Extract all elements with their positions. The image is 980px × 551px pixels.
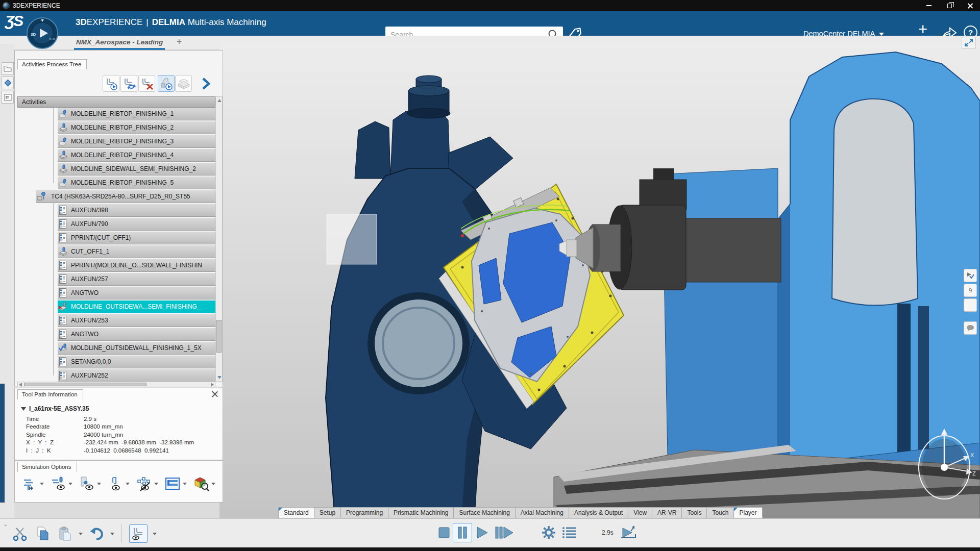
tree-item[interactable]: PPRINT/(MOLDLINE_O...SIDEWALL_FINISHIN (58, 259, 215, 272)
viewport-3d[interactable] (219, 44, 980, 518)
scrollbar-thumb[interactable] (216, 320, 222, 353)
display-toolpath-button[interactable] (129, 524, 148, 543)
folder-tab-button[interactable] (2, 62, 14, 75)
sim-material-removal-button[interactable] (78, 475, 95, 492)
play-toolpath-button[interactable] (103, 75, 119, 92)
compass-play-logo[interactable]: 3D V+R (27, 17, 58, 49)
scroll-right-icon[interactable] (211, 383, 214, 387)
tree-item[interactable]: ANGTWO (58, 328, 215, 341)
add-content-button[interactable]: + (914, 22, 932, 37)
sim-color-analysis-button[interactable] (192, 475, 210, 492)
tree-item[interactable]: MOLDELINE_RIBTOP_FINISHING_2 (58, 121, 215, 134)
paste-options-caret[interactable] (79, 533, 83, 535)
workshop-tab-player[interactable]: Player (734, 507, 762, 518)
sim-run-options-caret[interactable] (40, 483, 44, 485)
step-forward-button[interactable] (493, 523, 516, 542)
new-tab-button[interactable]: + (174, 37, 185, 47)
tree-item[interactable]: MOLDELINE_RIBTOP_FINISHING_1 (58, 108, 215, 120)
workshop-tab-surface-machining[interactable]: Surface Machining (454, 507, 515, 518)
tree-item[interactable]: AUXFUN/252 (58, 369, 215, 382)
tree-item[interactable]: CUT_OFF1_1 (58, 245, 215, 258)
remove-toolpath-button[interactable] (138, 75, 155, 92)
tree-tab-button[interactable] (2, 91, 14, 104)
activities-panel-tab[interactable]: Activities Process Tree (17, 59, 87, 69)
tree-item[interactable]: MOLDLINE_OUTSIDEWA...SEMI_FINISHING_ (58, 300, 215, 313)
undo-button[interactable] (88, 525, 105, 542)
minimize-button[interactable] (919, 0, 939, 11)
tree-item[interactable]: PPRINT/(CUT_OFF1) (58, 232, 215, 244)
sim-tool-axis-button[interactable] (107, 475, 124, 492)
workshop-tab-tools[interactable]: Tools (682, 507, 707, 518)
sim-color-analysis-caret[interactable] (211, 483, 215, 485)
machine-simulation-button[interactable] (158, 75, 175, 92)
workshop-tab-axial-machining[interactable]: Axial Machining (516, 507, 569, 518)
sim-information-table-caret[interactable] (183, 483, 187, 485)
workshop-tab-view[interactable]: View (628, 507, 652, 518)
empty-tool-button[interactable] (964, 298, 977, 312)
scroll-down-icon[interactable] (217, 376, 222, 379)
process-list-button[interactable] (559, 523, 579, 542)
scroll-left-icon[interactable] (19, 383, 22, 387)
toolbar-overflow-chevron[interactable]: ⌄ (3, 521, 8, 528)
tree-horizontal-scrollbar[interactable] (17, 382, 215, 387)
pause-button[interactable] (453, 523, 472, 542)
paste-button[interactable] (56, 525, 74, 542)
workshop-tab-analysis-output[interactable]: Analysis & Output (569, 507, 628, 518)
restore-button[interactable] (939, 0, 960, 11)
undo-options-caret[interactable] (110, 533, 114, 535)
sim-run-options-button[interactable] (21, 475, 38, 492)
tree-vertical-scrollbar[interactable] (215, 96, 223, 382)
rotation-compass-widget[interactable]: X Z (915, 428, 976, 507)
collapse-viewport-button[interactable] (962, 37, 976, 49)
cut-button[interactable] (11, 525, 29, 542)
tree-item[interactable]: MOLDELINE_RIBTOP_FINISHING_3 (58, 135, 215, 148)
tree-item[interactable]: SETANG/0,0,0 (58, 356, 215, 368)
update-toolpath-button[interactable] (120, 75, 137, 92)
tree-item[interactable]: AUXFUN/253 (58, 314, 215, 327)
scroll-up-icon[interactable] (217, 99, 222, 102)
tool-path-node[interactable]: I_a61nx-5E_ASSY.35 (21, 405, 89, 412)
tree-item[interactable]: AUXFUN/790 (58, 218, 215, 231)
tree-item[interactable]: MOLDLINE_OUTSIDEWALL_FINISHING_1_5X (58, 342, 215, 355)
scrollbar-thumb[interactable] (24, 383, 146, 386)
tool-path-info-tab[interactable]: Tool Path Information (17, 389, 83, 399)
sim-tool-axis-caret[interactable] (126, 483, 130, 485)
tree-item[interactable]: MOLDELINE_RIBTOP_FINISHING_5 (58, 177, 215, 189)
tree-item[interactable]: TC4 (HSK63A-SRD25A-80...SURF_D25_R0_ST55 (36, 190, 215, 203)
workshop-tab-standard[interactable]: Standard (278, 507, 314, 518)
expander-icon[interactable] (21, 407, 26, 411)
display-options-caret[interactable] (153, 533, 157, 535)
comment-button[interactable] (964, 321, 977, 335)
activities-header[interactable]: Activities (17, 96, 215, 108)
workshop-tab-touch[interactable]: Touch (707, 507, 734, 518)
tree-item[interactable]: ANGTWO (58, 287, 215, 299)
player-settings-button[interactable] (538, 523, 559, 542)
annotation-button[interactable]: 9 (964, 284, 977, 297)
simulation-options-tab[interactable]: Simulation Options (17, 462, 77, 472)
close-icon[interactable] (211, 390, 218, 397)
simulation-state-button[interactable] (964, 269, 977, 282)
workshop-tab-programming[interactable]: Programming (341, 507, 388, 518)
copy-button[interactable] (34, 525, 51, 542)
stop-button[interactable] (435, 523, 453, 542)
process-tab-button[interactable] (2, 77, 14, 89)
sim-material-removal-caret[interactable] (97, 483, 101, 485)
tree-item[interactable]: AUXFUN/257 (58, 273, 215, 286)
jump-to-end-button[interactable] (618, 523, 639, 542)
document-tab[interactable]: NMX_Aerospace - Leading (74, 36, 165, 50)
sim-information-table-button[interactable] (164, 475, 181, 492)
tree-item[interactable]: AUXFUN/398 (58, 204, 215, 217)
sim-tool-display-button[interactable] (50, 475, 67, 492)
workshop-tab-setup[interactable]: Setup (314, 507, 341, 518)
close-button[interactable] (960, 0, 980, 11)
play-button[interactable] (472, 523, 493, 542)
sim-tool-display-caret[interactable] (68, 483, 72, 485)
tree-item[interactable]: MOLDELINE_RIBTOP_FINISHING_4 (58, 149, 215, 162)
sim-point-display-button[interactable] (135, 475, 153, 492)
sim-point-display-caret[interactable] (154, 483, 158, 485)
workshop-tab-ar-vr[interactable]: AR-VR (652, 507, 682, 518)
workshop-tab-prismatic-machining[interactable]: Prismatic Machining (388, 507, 454, 518)
expand-more-button[interactable] (197, 75, 214, 92)
stock-display-button[interactable] (175, 75, 192, 92)
tree-item[interactable]: MOLDLINE_SIDEWALL_SEMI_FINISHING_2 (58, 163, 215, 176)
